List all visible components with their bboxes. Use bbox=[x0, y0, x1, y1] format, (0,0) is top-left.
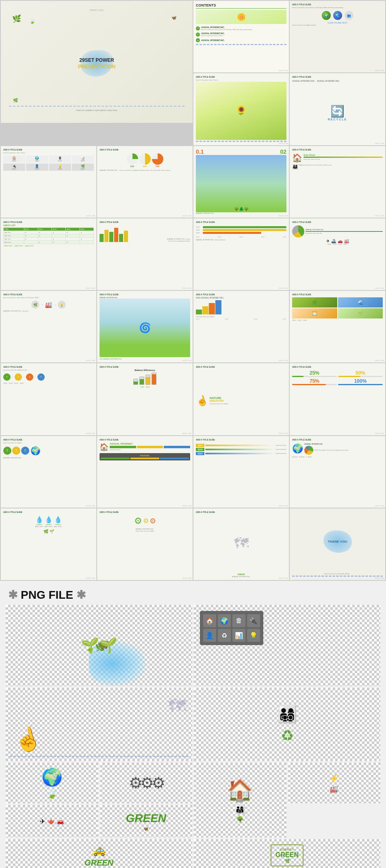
slide-pie-icons[interactable]: ADD A TITLE SLIDE ASADAL INTERNET.INC. I… bbox=[290, 218, 385, 290]
s21-s4: 100% bbox=[338, 378, 383, 385]
png-transport-row: ✈ 🫖 🚗 bbox=[6, 805, 98, 837]
png-pi-content: ⚡ 🏭 bbox=[329, 774, 339, 793]
s22-circles: T T T bbox=[3, 447, 29, 455]
slide-flow-circles[interactable]: ADD A TITLE SLIDE Insert text here for a… bbox=[1, 363, 96, 435]
s15-title: ADD A TITLE SLIDE bbox=[100, 293, 190, 296]
donut1 bbox=[127, 153, 138, 165]
ic-plug: 🔌 bbox=[247, 614, 260, 627]
png-gt-content: GREEN 🦋 bbox=[126, 812, 166, 831]
s21-title: ADD A TITLE SLIDE bbox=[292, 366, 383, 368]
bar5 bbox=[119, 234, 123, 242]
png-taxi-icon: 🚕 bbox=[92, 843, 106, 857]
slide-click-title[interactable]: ADD A TITLE SLIDE Insert to business cla… bbox=[290, 1, 385, 72]
s8-num3: 29SET.COM bbox=[279, 215, 288, 217]
s21-stats: 25% 50% 75% 100% bbox=[292, 370, 383, 385]
s17-p2: 🌊 bbox=[338, 297, 383, 308]
png-tr-content: ✈ 🫖 🚗 bbox=[40, 818, 64, 825]
s21-p50: 50% bbox=[338, 370, 383, 376]
s18-c2: T bbox=[15, 373, 22, 381]
s19-num: 29SET.COM bbox=[182, 432, 191, 434]
t-bar3 bbox=[203, 232, 261, 234]
deco-leaf-2: 🍃 bbox=[29, 18, 35, 24]
png-house-outline: 🏠 bbox=[227, 778, 253, 803]
slide-globe-pie[interactable]: ADD A TITLE SLIDE 🌍 ASADAL INTERNET.INC.… bbox=[290, 436, 385, 508]
png-bottom-grid: 🌍 🍃 ⚙⚙⚙ 🏠 👨‍👩‍👧 🌳 ⚡ 🏭 bbox=[6, 763, 380, 837]
bat3 bbox=[145, 375, 150, 385]
png-house-family: 🏠 👨‍👩‍👧 🌳 bbox=[194, 763, 286, 837]
s11-title: ADD A TITLE SLIDE bbox=[100, 221, 190, 223]
slide-solar-power[interactable]: ADD A TITLE SLIDE 🏠 Solar Power Insert t… bbox=[290, 146, 385, 218]
png-power-icon: ⚡ bbox=[329, 774, 339, 783]
slide-water-drops[interactable]: ADD A TITLE SLIDE 💧 GREEN ADD TEXT 💧 GRE… bbox=[1, 508, 96, 580]
png-factory-icon: 🏭 bbox=[330, 785, 338, 793]
s17-p3: 🌅 bbox=[292, 308, 337, 318]
s21-s1: 25% bbox=[292, 370, 337, 377]
s24-arrow3 bbox=[205, 453, 275, 454]
contents-flower-img: 🌼 bbox=[196, 10, 286, 24]
slide-worldmap[interactable]: ADD A TITLE SLIDE 🗺 GREEN ASADAL INTERNE… bbox=[193, 508, 289, 580]
slide-bar-chart[interactable]: ADD A TITLE SLIDE ASADAL INTERNET.INC. I… bbox=[97, 218, 193, 290]
ic-person: 👤 bbox=[203, 629, 216, 642]
s26-at2: ADD TEXT bbox=[45, 526, 53, 528]
slide-photo-grid[interactable]: ADD A TITLE SLIDE 🌿 🌊 🌅 🌱 TEXT · TEXT · … bbox=[290, 291, 385, 362]
slide-checklist[interactable]: ADD A TITLE SLIDE CHECK LIST ITEM2012201… bbox=[1, 218, 96, 290]
s23-asadal: ASADAL INTERNET bbox=[110, 443, 190, 445]
png-plane: ✈ bbox=[40, 818, 45, 825]
png-hm-content: ☝ 🗺 bbox=[10, 692, 188, 757]
s23-bars bbox=[110, 446, 190, 448]
donut1-label: 25% bbox=[127, 165, 138, 168]
s26-icons: 🌿 🌱 bbox=[3, 529, 94, 534]
slide-thankyou[interactable]: THANK YOU Insert text here for final sli… bbox=[290, 508, 385, 580]
s21-p25: 25% bbox=[292, 370, 337, 376]
png-section: ✱ PNG FILE ✱ 🌱🌱 🦋 🍃🌿 🏠 🌍 🗑 🔌 👤 ♻ bbox=[0, 581, 386, 868]
slide-recycle[interactable]: ADD A TITLE SLIDE ASADAL INTERNET.INC. A… bbox=[290, 73, 385, 145]
s21-p100: 100% bbox=[338, 378, 383, 384]
bar3 bbox=[109, 232, 113, 242]
s8-header: 0.1 02 bbox=[196, 148, 286, 155]
slide-nature-photo[interactable]: ADD A TITLE SLIDE Insert to business cla… bbox=[193, 73, 289, 145]
t-bar1 bbox=[203, 226, 286, 228]
slide-house-info[interactable]: ADD A TITLE SLIDE 🏠 ASADAL INTERNET Inse… bbox=[97, 436, 193, 508]
slide-hand-globe[interactable]: ADD A TITLE SLIDE ☝ NATURE INDUSTRY Inse… bbox=[193, 363, 289, 435]
slide-num-2: 29SET.COM bbox=[375, 70, 384, 72]
slide-icons-row[interactable]: ADD A TITLE SLIDE Insert to business cla… bbox=[1, 146, 96, 218]
png-hf-content: 🏠 👨‍👩‍👧 🌳 bbox=[227, 778, 253, 822]
car-icon-s: 🚗 bbox=[338, 239, 343, 243]
slide-city-nature[interactable]: 0.1 02 🌳🌲🌳 ASADAL INTERNET.INC. 29SET.CO… bbox=[193, 146, 289, 218]
slide-arrows-text[interactable]: ADD A TITLE SLIDE TEXT Insert text here … bbox=[193, 436, 289, 508]
s18-flow: T → T → T → T bbox=[3, 373, 94, 381]
slide-percentages[interactable]: ADD A TITLE SLIDE 25% 50% 75% 100% 29SET… bbox=[290, 363, 385, 435]
deco-leaf-top: 🌿 bbox=[12, 14, 21, 23]
s20-industry: INDUSTRY bbox=[210, 399, 286, 402]
ci-desc-2: Insert to business class Green bbox=[201, 35, 225, 37]
s22-desc: Insert text here for details... bbox=[3, 442, 94, 444]
slide-timeline[interactable]: ADD A TITLE SLIDE TEXT TEXT TEXT 2012201… bbox=[193, 218, 289, 290]
s7-num: 29SET.COM bbox=[182, 215, 191, 217]
png-top-grid: 🌱🌱 🦋 🍃🌿 🏠 🌍 🗑 🔌 👤 ♻ 📊 💡 bbox=[4, 603, 382, 688]
s23-b2 bbox=[137, 446, 163, 448]
s27-gear1: ⚙ bbox=[134, 516, 142, 526]
slide-factory[interactable]: ADD A TITLE SLIDE Insert to business cla… bbox=[1, 291, 96, 362]
s17-num: 29SET.COM bbox=[375, 360, 384, 362]
slide-wind[interactable]: ADD A TITLE SLIDE ASADAL INTERNET.INC. 🌀… bbox=[97, 291, 193, 362]
slide-globe-circles[interactable]: ADD A TITLE SLIDE Insert text here for d… bbox=[1, 436, 96, 508]
png-yc-content: 🚕 GREEN bbox=[85, 843, 113, 868]
slide-stairs[interactable]: ADD A TITLE SLIDE 2016.ASADAL INTERNET.I… bbox=[193, 291, 289, 362]
slide-battery[interactable]: ADD A TITLE SLIDE Battery Efficiency LOW… bbox=[97, 363, 193, 435]
slides-grid: INSERT LOGO 🌿 🍃 🦋 🌿 29SET POWER PRESENTA… bbox=[0, 0, 386, 581]
slide-5-recycle: 🔄 RECYCLE bbox=[292, 83, 383, 142]
s13-content: ASADAL INTERNET.INC. Insert text here fo… bbox=[292, 225, 383, 238]
s23-dark-box: ASADAL bbox=[100, 453, 190, 460]
s21-s2: 50% bbox=[338, 370, 383, 377]
slide-gears[interactable]: ADD A TITLE SLIDE ⚙ ⚙ ⚙ ASADAL INTERNET.… bbox=[97, 508, 193, 580]
slide-contents[interactable]: CONTENTS 🌼 01 ASADAL INTERNET.INC. Inser… bbox=[193, 1, 289, 72]
s23-b1 bbox=[110, 446, 136, 448]
slide-donut-charts[interactable]: ADD A TITLE SLIDE 25% 50% 75% ASADAL INT… bbox=[97, 146, 193, 218]
png-final-row: 🚕 GREEN ENERGY GREEN 🌿 bbox=[4, 839, 382, 868]
slide-hero[interactable]: INSERT LOGO 🌿 🍃 🦋 🌿 29SET POWER PRESENTA… bbox=[1, 1, 193, 123]
s23-mb2 bbox=[130, 458, 159, 459]
t-row2: TEXT bbox=[196, 229, 286, 231]
hero-title-line1: 29SET POWER bbox=[79, 57, 114, 63]
s25-asadal: ASADAL INTERNET.INC. bbox=[304, 443, 383, 445]
s28-asadal: ASADAL INTERNET.INC. bbox=[196, 576, 286, 578]
